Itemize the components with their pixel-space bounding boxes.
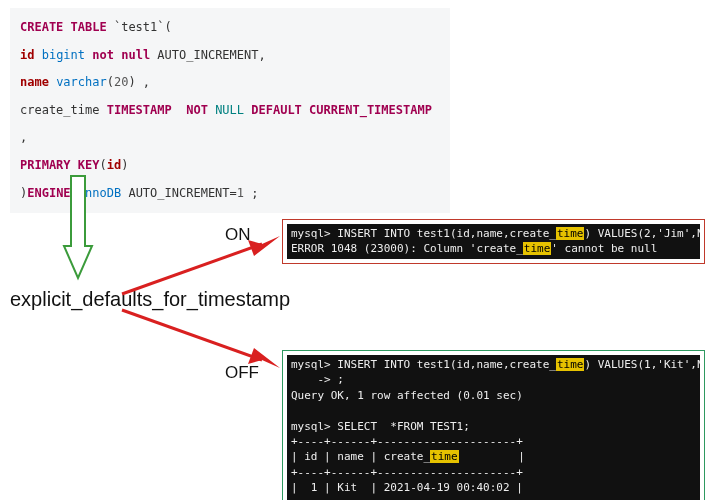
kw-not-u: NOT (186, 103, 208, 117)
kw-primary: PRIMARY (20, 158, 71, 172)
kw-null: null (121, 48, 150, 62)
on-line2a: ERROR 1048 (23000): Column 'create_ (291, 242, 523, 255)
off-sep3: +----+------+---------------------+ (291, 497, 523, 500)
arrow-to-off-icon (120, 306, 285, 376)
key-close: ) (121, 158, 128, 172)
off-sep1: +----+------+---------------------+ (291, 435, 523, 448)
v-close: ) , (128, 75, 150, 89)
col-create-time: create_time (20, 103, 99, 117)
off-l2: -> ; (291, 373, 344, 386)
v-size: 20 (114, 75, 128, 89)
ai-val: 1 (237, 186, 244, 200)
off-l3: Query OK, 1 row affected (0.01 sec) (291, 389, 523, 402)
off-hl1: time (556, 358, 585, 371)
col-name: name (20, 75, 49, 89)
svg-rect-2 (72, 242, 84, 250)
off-l1a: mysql> INSERT INTO test1(id,name,create_ (291, 358, 556, 371)
key-open: ( (100, 158, 107, 172)
off-r1: | 1 | Kit | 2021-04-19 00:40:02 | (291, 481, 523, 494)
terminal-on: mysql> INSERT INTO test1(id,name,create_… (282, 219, 705, 264)
on-line1b: ) VALUES(2,'Jim',NULL); (584, 227, 700, 240)
off-l1b: ) VALUES(1,'Kit',NULL) (584, 358, 700, 371)
ai-tail: AUTO_INCREMENT= (121, 186, 237, 200)
key-col-id: id (107, 158, 121, 172)
sql-line-2: id bigint not null AUTO_INCREMENT, (20, 42, 440, 70)
svg-rect-0 (71, 176, 85, 246)
off-sep2: +----+------+---------------------+ (291, 466, 523, 479)
svg-marker-4 (248, 236, 280, 256)
col-id: id (20, 48, 34, 62)
terminal-off-content: mysql> INSERT INTO test1(id,name,create_… (287, 355, 700, 500)
svg-marker-1 (64, 246, 92, 278)
auto-increment: AUTO_INCREMENT, (157, 48, 265, 62)
kw-not: not (92, 48, 114, 62)
on-hl2: time (523, 242, 552, 255)
off-l4: mysql> SELECT *FROM TEST1; (291, 420, 470, 433)
sql-line-4: create_time TIMESTAMP NOT NULL DEFAULT C… (20, 97, 440, 152)
svg-line-3 (122, 244, 262, 294)
kw-null-u: NULL (215, 103, 244, 117)
kw-current-ts: CURRENT_TIMESTAMP (309, 103, 432, 117)
terminal-off: mysql> INSERT INTO test1(id,name,create_… (282, 350, 705, 500)
off-h-hl: time (430, 450, 459, 463)
off-h1b: | (459, 450, 525, 463)
sql-line-3: name varchar(20) , (20, 69, 440, 97)
type-bigint: bigint (42, 48, 85, 62)
on-hl1: time (556, 227, 585, 240)
svg-marker-6 (248, 348, 280, 368)
v-open: ( (107, 75, 114, 89)
svg-line-5 (122, 310, 262, 360)
comma-4: , (20, 130, 27, 144)
on-line1a: mysql> INSERT INTO test1(id,name,create_ (291, 227, 556, 240)
kw-create-table: CREATE TABLE (20, 20, 107, 34)
kw-key: KEY (78, 158, 100, 172)
paren-open: ( (165, 20, 172, 34)
arrow-to-on-icon (120, 228, 285, 298)
table-name: `test1` (114, 20, 165, 34)
stmt-end: ; (244, 186, 258, 200)
sql-line-1: CREATE TABLE `test1`( (20, 14, 440, 42)
arrow-down-icon (60, 174, 96, 284)
type-timestamp: TIMESTAMP (107, 103, 172, 117)
off-h1a: | id | name | create_ (291, 450, 430, 463)
on-line2b: ' cannot be null (551, 242, 657, 255)
kw-default: DEFAULT (251, 103, 302, 117)
terminal-on-content: mysql> INSERT INTO test1(id,name,create_… (287, 224, 700, 259)
type-varchar: varchar (56, 75, 107, 89)
